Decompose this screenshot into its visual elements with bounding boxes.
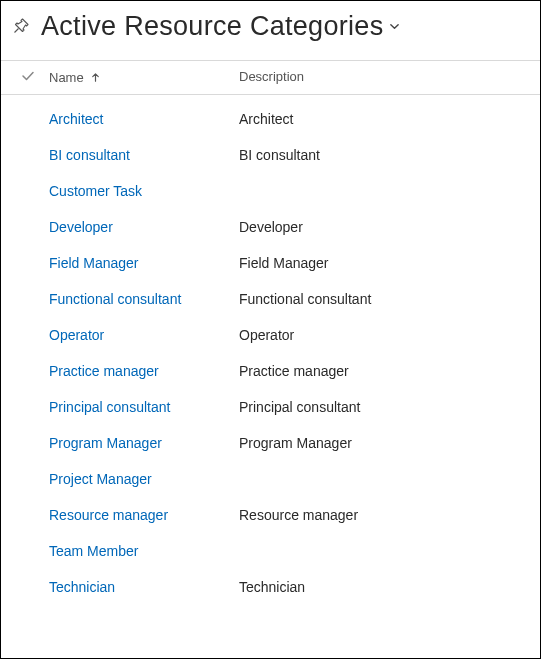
cell-name: Resource manager bbox=[49, 507, 239, 523]
cell-description: Principal consultant bbox=[239, 399, 528, 415]
record-link[interactable]: Project Manager bbox=[49, 471, 152, 487]
grid-header: Name Description bbox=[1, 60, 540, 95]
chevron-down-icon[interactable] bbox=[389, 21, 400, 32]
row-selector[interactable] bbox=[21, 507, 49, 523]
column-header-description[interactable]: Description bbox=[239, 69, 528, 86]
table-row[interactable]: Practice managerPractice manager bbox=[21, 353, 528, 389]
record-link[interactable]: Practice manager bbox=[49, 363, 159, 379]
record-link[interactable]: Principal consultant bbox=[49, 399, 170, 415]
cell-name: Program Manager bbox=[49, 435, 239, 451]
record-link[interactable]: Functional consultant bbox=[49, 291, 181, 307]
table-row[interactable]: ArchitectArchitect bbox=[21, 101, 528, 137]
row-selector[interactable] bbox=[21, 363, 49, 379]
record-link[interactable]: Architect bbox=[49, 111, 103, 127]
table-row[interactable]: Program ManagerProgram Manager bbox=[21, 425, 528, 461]
table-row[interactable]: Field ManagerField Manager bbox=[21, 245, 528, 281]
svg-line-0 bbox=[15, 28, 19, 32]
row-selector[interactable] bbox=[21, 579, 49, 595]
cell-name: Principal consultant bbox=[49, 399, 239, 415]
cell-description: Functional consultant bbox=[239, 291, 528, 307]
table-row[interactable]: DeveloperDeveloper bbox=[21, 209, 528, 245]
record-link[interactable]: Team Member bbox=[49, 543, 138, 559]
sort-ascending-icon bbox=[90, 72, 101, 83]
record-link[interactable]: Program Manager bbox=[49, 435, 162, 451]
pin-icon[interactable] bbox=[13, 18, 31, 36]
row-selector[interactable] bbox=[21, 111, 49, 127]
row-selector[interactable] bbox=[21, 543, 49, 559]
row-selector[interactable] bbox=[21, 291, 49, 307]
row-selector[interactable] bbox=[21, 147, 49, 163]
table-row[interactable]: BI consultantBI consultant bbox=[21, 137, 528, 173]
cell-description: Program Manager bbox=[239, 435, 528, 451]
record-link[interactable]: Developer bbox=[49, 219, 113, 235]
record-link[interactable]: Customer Task bbox=[49, 183, 142, 199]
view-title[interactable]: Active Resource Categories bbox=[41, 11, 383, 42]
cell-name: Practice manager bbox=[49, 363, 239, 379]
cell-description: Architect bbox=[239, 111, 528, 127]
cell-description: Field Manager bbox=[239, 255, 528, 271]
cell-name: Customer Task bbox=[49, 183, 239, 199]
cell-name: Team Member bbox=[49, 543, 239, 559]
table-row[interactable]: Functional consultantFunctional consulta… bbox=[21, 281, 528, 317]
cell-name: Functional consultant bbox=[49, 291, 239, 307]
view-header: Active Resource Categories bbox=[1, 1, 540, 60]
cell-description: Developer bbox=[239, 219, 528, 235]
select-all-column[interactable] bbox=[21, 69, 49, 86]
cell-description: Technician bbox=[239, 579, 528, 595]
cell-name: Developer bbox=[49, 219, 239, 235]
cell-description bbox=[239, 543, 528, 559]
record-link[interactable]: Resource manager bbox=[49, 507, 168, 523]
table-row[interactable]: TechnicianTechnician bbox=[21, 569, 528, 605]
table-row[interactable]: Resource managerResource manager bbox=[21, 497, 528, 533]
table-row[interactable]: Customer Task bbox=[21, 173, 528, 209]
cell-description: BI consultant bbox=[239, 147, 528, 163]
row-selector[interactable] bbox=[21, 183, 49, 199]
table-row[interactable]: Principal consultantPrincipal consultant bbox=[21, 389, 528, 425]
row-selector[interactable] bbox=[21, 435, 49, 451]
cell-description: Operator bbox=[239, 327, 528, 343]
row-selector[interactable] bbox=[21, 255, 49, 271]
record-link[interactable]: Field Manager bbox=[49, 255, 139, 271]
column-header-name[interactable]: Name bbox=[49, 69, 239, 86]
column-header-description-label: Description bbox=[239, 69, 304, 84]
cell-description: Resource manager bbox=[239, 507, 528, 523]
table-row[interactable]: Team Member bbox=[21, 533, 528, 569]
cell-name: Field Manager bbox=[49, 255, 239, 271]
column-header-name-label: Name bbox=[49, 70, 84, 85]
table-row[interactable]: OperatorOperator bbox=[21, 317, 528, 353]
cell-name: Architect bbox=[49, 111, 239, 127]
cell-name: Project Manager bbox=[49, 471, 239, 487]
cell-description bbox=[239, 471, 528, 487]
cell-name: Operator bbox=[49, 327, 239, 343]
row-selector[interactable] bbox=[21, 471, 49, 487]
table-row[interactable]: Project Manager bbox=[21, 461, 528, 497]
row-selector[interactable] bbox=[21, 327, 49, 343]
record-link[interactable]: BI consultant bbox=[49, 147, 130, 163]
row-selector[interactable] bbox=[21, 399, 49, 415]
grid-body: ArchitectArchitectBI consultantBI consul… bbox=[1, 95, 540, 605]
cell-description bbox=[239, 183, 528, 199]
cell-name: BI consultant bbox=[49, 147, 239, 163]
record-link[interactable]: Technician bbox=[49, 579, 115, 595]
cell-description: Practice manager bbox=[239, 363, 528, 379]
row-selector[interactable] bbox=[21, 219, 49, 235]
record-link[interactable]: Operator bbox=[49, 327, 104, 343]
cell-name: Technician bbox=[49, 579, 239, 595]
